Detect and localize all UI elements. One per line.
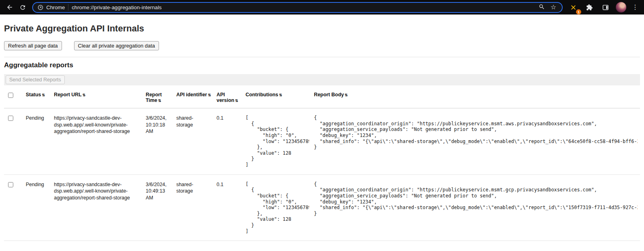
zoom-button[interactable]	[538, 3, 546, 12]
report-time-cell: 3/6/2024, 10:49:13 AM	[143, 174, 174, 241]
send-selected-reports-button[interactable]: Send Selected Reports	[6, 75, 65, 84]
header-status[interactable]: Status⇅	[23, 89, 52, 108]
header-api-identifier[interactable]: API identifier⇅	[174, 89, 214, 108]
extensions-button[interactable]	[584, 2, 595, 13]
sort-icon: ⇅	[158, 99, 161, 103]
side-panel-icon	[602, 4, 609, 11]
report-url-cell: https://privacy-sandcastle-dev-dsp.web.a…	[52, 174, 143, 241]
contributions-json: [ { "bucket": { "high": "0", "low": "123…	[246, 115, 309, 168]
select-all-checkbox[interactable]	[8, 93, 13, 98]
magnifier-icon	[539, 4, 545, 10]
url-text: chrome://private-aggregation-internals	[72, 4, 534, 10]
back-button[interactable]	[4, 2, 15, 13]
page-content: Private Aggregation API Internals Refres…	[0, 15, 644, 241]
chrome-logo-icon	[38, 5, 43, 10]
status-cell: Pending	[23, 108, 52, 175]
aggregatable-reports-table: Status⇅ Report URL⇅ Report Time⇅ API ide…	[4, 89, 640, 241]
row-checkbox[interactable]	[8, 116, 13, 121]
browser-toolbar: Chrome chrome://private-aggregation-inte…	[0, 0, 644, 15]
row-checkbox[interactable]	[8, 182, 13, 187]
table-row: Pending https://privacy-sandcastle-dev-d…	[4, 108, 640, 175]
table-action-bar: Send Selected Reports	[4, 74, 640, 85]
reload-icon	[19, 4, 26, 11]
chip-separator	[68, 4, 68, 10]
extension-badge: 1	[576, 9, 581, 15]
origin-chip-label: Chrome	[46, 4, 65, 10]
omnibox[interactable]: Chrome chrome://private-aggregation-inte…	[32, 2, 563, 13]
profile-avatar[interactable]	[616, 2, 626, 12]
pinned-extension-button[interactable]: 1	[568, 2, 579, 13]
report-time-cell: 3/6/2024, 10:10:18 AM	[143, 108, 174, 175]
side-panel-button[interactable]	[600, 2, 611, 13]
sort-icon: ⇅	[345, 93, 348, 97]
sort-icon: ⇅	[42, 93, 45, 97]
divider	[4, 57, 640, 57]
star-icon: ☆	[551, 4, 556, 10]
sort-icon: ⇅	[279, 93, 282, 97]
api-version-cell: 0.1	[214, 108, 243, 175]
pinned-extension-icon	[570, 4, 576, 10]
api-version-cell: 0.1	[214, 174, 243, 241]
menu-button[interactable]: ⋮	[631, 3, 639, 11]
api-identifier-cell: shared-storage	[174, 174, 214, 241]
table-header-row: Status⇅ Report URL⇅ Report Time⇅ API ide…	[4, 89, 640, 108]
clear-all-button[interactable]: Clear all private aggregation data	[74, 41, 159, 50]
back-arrow-icon	[6, 4, 13, 11]
table-row: Pending https://privacy-sandcastle-dev-d…	[4, 174, 640, 241]
sort-icon: ⇅	[83, 93, 86, 97]
section-heading: Aggregatable reports	[4, 61, 640, 69]
extensions-puzzle-icon	[586, 4, 593, 11]
report-body-json: { "aggregation_coordinator_origin": "htt…	[314, 181, 638, 217]
status-cell: Pending	[23, 174, 52, 241]
header-report-body[interactable]: Report Body⇅	[312, 89, 640, 108]
reload-button[interactable]	[17, 2, 28, 13]
page-title: Private Aggregation API Internals	[4, 23, 640, 34]
header-report-time[interactable]: Report Time⇅	[143, 89, 174, 108]
refresh-all-button[interactable]: Refresh all page data	[4, 41, 62, 50]
api-identifier-cell: shared-storage	[174, 108, 214, 175]
report-body-json: { "aggregation_coordinator_origin": "htt…	[314, 115, 638, 150]
header-api-version[interactable]: API version⇅	[214, 89, 243, 108]
kebab-menu-icon: ⋮	[632, 4, 638, 10]
header-report-url[interactable]: Report URL⇅	[52, 89, 143, 108]
header-contributions[interactable]: Contributions⇅	[243, 89, 312, 108]
sort-icon: ⇅	[208, 93, 211, 97]
contributions-json: [ { "bucket": { "high": "0", "low": "123…	[246, 181, 309, 234]
sort-icon: ⇅	[235, 99, 238, 103]
report-url-cell: https://privacy-sandcastle-dev-dsp.web.a…	[52, 108, 143, 175]
bookmark-star-button[interactable]: ☆	[550, 3, 557, 11]
